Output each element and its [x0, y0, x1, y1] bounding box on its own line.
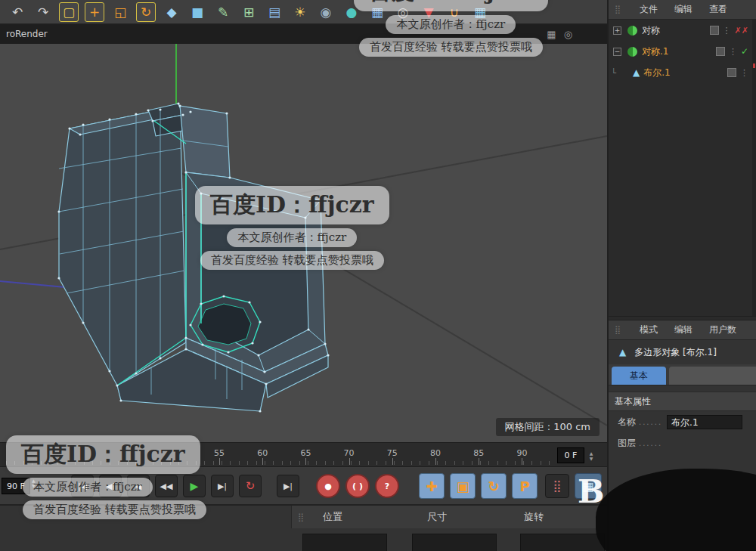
play-button[interactable]: ▶ — [183, 475, 206, 497]
tag-swatch[interactable] — [710, 26, 719, 35]
cube-primitive-icon[interactable]: ■ — [187, 2, 207, 22]
am-menu-mode[interactable]: 模式 — [640, 323, 658, 336]
ruler-tick — [127, 461, 128, 465]
object-row-symmetry-1[interactable]: − 对称.1 ⋮ ✓ — [609, 41, 756, 62]
ruler-number: 90 — [516, 448, 527, 458]
am-menu-user[interactable]: 用户数 — [709, 323, 736, 336]
position-header[interactable]: 位置 — [323, 510, 342, 524]
record-keyframe-button[interactable]: ● — [316, 474, 340, 498]
subdivide-icon[interactable]: ⊞ — [239, 2, 259, 22]
3d-model[interactable] — [0, 44, 607, 442]
collapse-icon[interactable]: − — [613, 48, 621, 56]
grip-icon[interactable]: ⣿ — [615, 325, 620, 335]
position-x-field[interactable] — [302, 534, 387, 551]
viewport-menu-prorender[interactable]: roRender — [0, 29, 54, 39]
next-frame-button[interactable]: ▶| — [211, 475, 234, 497]
om-menu-edit[interactable]: 编辑 — [674, 3, 692, 16]
snap-icon[interactable]: ∪ — [445, 2, 464, 22]
rotate-tool-icon[interactable]: ↻ — [136, 2, 156, 22]
array-icon[interactable]: ▤ — [265, 2, 284, 22]
ruler-tick — [49, 461, 50, 465]
enable-toggle[interactable]: ✓ — [741, 46, 748, 57]
axis-lock-icon[interactable]: ◆ — [162, 2, 181, 22]
size-x-field[interactable] — [412, 534, 497, 551]
pen-spline-icon[interactable]: ✎ — [213, 2, 233, 22]
ruler-tick — [368, 461, 369, 465]
goto-start-button[interactable]: |◀ — [71, 475, 94, 497]
timeline-ruler[interactable]: 0 F ▲▼ 5560657075808590 — [0, 442, 607, 467]
scale-tool-icon[interactable]: ◱ — [110, 2, 130, 22]
rotation-header[interactable]: 旋转 — [524, 510, 544, 524]
autokey-button[interactable]: ( ) — [345, 474, 370, 498]
start-frame-spinner[interactable]: ▲▼ — [32, 478, 36, 488]
sky-material-icon[interactable]: ● — [342, 2, 361, 22]
om-menu-view[interactable]: 查看 — [709, 3, 727, 16]
start-frame-field[interactable]: 90 F — [2, 478, 30, 494]
layout-grid-icon[interactable]: ▦ — [470, 2, 490, 22]
current-frame-field[interactable]: 0 F — [557, 447, 584, 463]
ruler-tick — [178, 461, 179, 465]
prev-frame-button[interactable]: ◀◀ — [155, 475, 178, 497]
name-field[interactable]: 布尔.1 — [667, 415, 742, 429]
attribute-manager-menubar: ⣿ 模式 编辑 用户数 — [609, 320, 756, 340]
viewport-options-icon[interactable]: ◎ — [564, 29, 572, 40]
object-label[interactable]: 布尔.1 — [643, 67, 670, 79]
ruler-tick — [523, 461, 524, 465]
export-arrow-icon[interactable]: ▼ — [419, 2, 438, 22]
visibility-dots-icon[interactable]: ⋮ — [740, 68, 748, 78]
dotted-leader: ...... — [639, 439, 662, 447]
frame-spinner[interactable]: ▲▼ — [587, 447, 596, 463]
light-icon[interactable]: ☀ — [290, 2, 310, 22]
prev-key-button[interactable]: ◀| — [99, 475, 122, 497]
object-manager-menubar: ⣿ 文件 编辑 查看 — [609, 0, 756, 20]
viewport-grid-icon[interactable]: ▦ — [547, 29, 556, 40]
am-object-title: 多边形对象 [布尔.1] — [634, 346, 717, 359]
ruler-tick — [333, 461, 334, 465]
render-view-icon[interactable]: ▦ — [367, 2, 387, 22]
om-menu-file[interactable]: 文件 — [640, 3, 658, 16]
camera-icon[interactable]: ◉ — [316, 2, 336, 22]
viewport-canvas[interactable]: 网格间距 : 100 cm — [0, 44, 607, 442]
redo-icon[interactable]: ↷ — [33, 2, 53, 22]
rotation-h-field[interactable] — [520, 534, 605, 551]
grip-icon[interactable]: ⣿ — [615, 5, 620, 14]
object-label[interactable]: 对称.1 — [642, 45, 668, 58]
select-box-icon[interactable]: ▢ — [59, 2, 79, 22]
coordinates-panel: ⣿ 位置 尺寸 旋转 — [0, 505, 607, 551]
object-row-symmetry[interactable]: + 对称 ⋮ ✗✗ — [609, 20, 756, 41]
grip-icon[interactable]: ⣿ — [298, 512, 303, 522]
dots-grid-button[interactable]: ⣿ — [545, 474, 569, 498]
expand-icon[interactable]: + — [613, 26, 621, 35]
ruler-tick — [394, 461, 395, 465]
enable-toggle[interactable]: ✗✗ — [735, 26, 748, 36]
tab-more[interactable] — [669, 367, 756, 385]
ruler-tick — [265, 461, 265, 465]
size-header[interactable]: 尺寸 — [427, 510, 447, 524]
visibility-dots-icon[interactable]: ⋮ — [729, 47, 737, 57]
move-tool-icon[interactable]: + — [85, 2, 104, 22]
am-menu-edit[interactable]: 编辑 — [674, 323, 692, 336]
play-reverse-button[interactable]: ◀ — [127, 475, 150, 497]
ruler-number: 75 — [387, 448, 398, 458]
parent-coords-button[interactable]: P — [512, 473, 538, 499]
tab-basic[interactable]: 基本 — [612, 367, 666, 385]
dotted-leader: ...... — [639, 418, 662, 426]
object-label[interactable]: 对称 — [642, 24, 660, 37]
help-button[interactable]: ? — [375, 474, 399, 498]
ruler-tick — [153, 461, 153, 465]
loop-button[interactable]: ↻ — [239, 475, 262, 497]
rotate-tool-button[interactable]: ↻ — [481, 473, 507, 499]
ruler-tick — [256, 461, 257, 465]
move-tool-button[interactable]: ✚ — [419, 473, 445, 499]
object-row-boole-1[interactable]: └ ▲ 布尔.1 ⋮ — [609, 62, 756, 83]
undo-icon[interactable]: ↶ — [8, 2, 27, 22]
goto-end-button[interactable]: ▶| — [277, 475, 299, 497]
ruler-tick — [213, 461, 214, 465]
render-settings-icon[interactable]: ◎ — [393, 2, 413, 22]
tag-swatch[interactable] — [716, 47, 725, 56]
scale-tool-button[interactable]: ▣ — [450, 473, 476, 499]
om-scrollbar[interactable] — [752, 20, 756, 316]
am-tabs: 基本 — [609, 364, 756, 385]
tag-swatch[interactable] — [727, 68, 736, 77]
visibility-dots-icon[interactable]: ⋮ — [723, 26, 731, 36]
